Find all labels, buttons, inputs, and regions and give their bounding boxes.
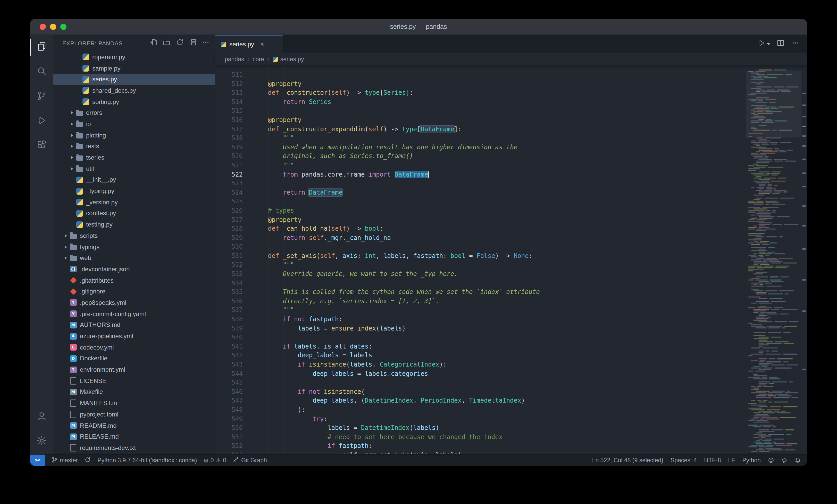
minimap[interactable] xyxy=(746,66,801,454)
code-line[interactable]: 538 if not fastpath: xyxy=(215,315,746,324)
code-line[interactable]: 549 try: xyxy=(215,415,746,424)
tree-item--pre-commit-config-yaml[interactable]: Y.pre-commit-config.yaml xyxy=(53,309,215,319)
tree-item-tseries[interactable]: tseries xyxy=(53,152,215,163)
activity-item-source-control[interactable] xyxy=(30,85,53,109)
eol-indicator[interactable]: LF xyxy=(728,457,735,463)
zoom-button[interactable] xyxy=(60,24,67,30)
tree-item--gitignore[interactable]: .gitignore xyxy=(53,286,215,297)
code-line[interactable]: 512 @property xyxy=(215,79,746,89)
tree-item-sample-py[interactable]: sample.py xyxy=(53,62,215,74)
activity-item-explorer[interactable] xyxy=(30,35,53,60)
code-line[interactable]: 518 """ xyxy=(215,134,746,143)
code-line[interactable]: 514 return Series xyxy=(215,98,746,107)
new-file-button[interactable] xyxy=(150,38,158,49)
code-line[interactable]: 536 directly, e.g. `series.index = [1, 2… xyxy=(215,297,746,306)
run-python-file-button[interactable] xyxy=(757,38,770,49)
tree-item-testing-py[interactable]: testing.py xyxy=(53,219,215,230)
more-actions-button[interactable] xyxy=(201,38,210,49)
tree-item-web[interactable]: web xyxy=(53,253,215,264)
code-line[interactable]: 542 deep_labels = labels xyxy=(215,351,746,360)
code-line[interactable]: 546 if not isinstance( xyxy=(215,388,746,397)
bell-icon[interactable] xyxy=(795,457,801,463)
tree-item-azure-pipelines-yml[interactable]: Aazure-pipelines.yml xyxy=(53,331,215,341)
code-line[interactable]: 524 return DataFrame xyxy=(215,188,746,197)
activity-item-search[interactable] xyxy=(30,60,53,85)
code-line[interactable]: 552 if fastpath: xyxy=(215,442,746,451)
sync-button[interactable] xyxy=(85,456,91,464)
refresh-button[interactable] xyxy=(176,38,184,49)
tree-item-pyproject-toml[interactable]: pyproject.toml xyxy=(53,409,215,420)
code-line[interactable]: 539 labels = ensure_index(labels) xyxy=(215,324,746,333)
tree-item-requirements-dev-txt[interactable]: requirements-dev.txt xyxy=(53,442,215,453)
tree-item-codecov-yml[interactable]: Ccodecov.yml xyxy=(53,342,215,353)
code-line[interactable]: 520 original, such as Series.to_frame() xyxy=(215,152,746,161)
branch-indicator[interactable]: master xyxy=(52,456,78,464)
tree-item-plotting[interactable]: plotting xyxy=(53,130,215,141)
code-editor[interactable]: 511512 @property513 def _constructor(sel… xyxy=(215,66,807,454)
activity-item-extensions[interactable] xyxy=(30,134,53,158)
tree-item-series-py[interactable]: series.py xyxy=(53,74,215,85)
code-line[interactable]: 530 xyxy=(215,243,746,252)
activity-item-run-debug[interactable] xyxy=(30,109,53,134)
tab-close-icon[interactable]: × xyxy=(260,40,264,48)
close-button[interactable] xyxy=(40,24,46,30)
tree-item--init-py[interactable]: __init__.py xyxy=(53,174,215,185)
tree-item-release-md[interactable]: MRELEASE.md xyxy=(53,431,215,442)
code-line[interactable]: 547 deep_labels, (DatetimeIndex, PeriodI… xyxy=(215,397,746,406)
accounts-button[interactable] xyxy=(30,405,53,429)
cursor-position-indicator[interactable]: Ln 522, Col 48 (9 selected) xyxy=(592,457,663,463)
code-line[interactable]: 525 xyxy=(215,198,746,206)
tree-item--typing-py[interactable]: _typing.py xyxy=(53,186,215,197)
code-line[interactable]: 521 """ xyxy=(215,161,746,170)
language-indicator[interactable]: Python xyxy=(742,457,761,463)
code-line[interactable]: 540 xyxy=(215,333,746,342)
code-line[interactable]: 553 self._mgr.set_axis(axis, labels) xyxy=(215,451,746,454)
tree-item-typings[interactable]: typings xyxy=(53,241,215,252)
code-line[interactable]: 533 Override generic, we want to set the… xyxy=(215,270,746,279)
tree-item-sorting-py[interactable]: sorting.py xyxy=(53,96,215,107)
tree-item-license[interactable]: LICENSE xyxy=(53,375,215,386)
code-line[interactable]: 519 Used when a manipulation result has … xyxy=(215,143,746,152)
tree-item-readme-md[interactable]: MREADME.md xyxy=(53,420,215,431)
code-line[interactable]: 522 from pandas.core.frame import DataFr… xyxy=(215,170,746,179)
code-line[interactable]: 515 xyxy=(215,107,746,116)
tree-item--gitattributes[interactable]: .gitattributes xyxy=(53,275,215,286)
split-editor-button[interactable] xyxy=(776,38,785,49)
tree-item-makefile[interactable]: MMakefile xyxy=(53,386,215,397)
code-line[interactable]: 532 """ xyxy=(215,261,746,270)
code-line[interactable]: 543 if isinstance(labels, CategoricalInd… xyxy=(215,360,746,369)
tree-item-manifest-in[interactable]: MANIFEST.in xyxy=(53,398,215,409)
code-line[interactable]: 548 ): xyxy=(215,406,746,415)
tree-item-errors[interactable]: errors xyxy=(53,107,215,118)
tree-item--version-py[interactable]: _version.py xyxy=(53,197,215,208)
breadcrumb-item-pandas[interactable]: pandas xyxy=(225,56,244,62)
code-line[interactable]: 529 return self._mgr._can_hold_na xyxy=(215,234,746,242)
tree-item-shared-docs-py[interactable]: shared_docs.py xyxy=(53,85,215,96)
megaphone-icon[interactable] xyxy=(781,457,787,463)
tree-item-dockerfile[interactable]: DDockerfile xyxy=(53,353,215,364)
feedback-smiley-icon[interactable] xyxy=(768,457,774,463)
tree-item-environment-yml[interactable]: Yenvironment.yml xyxy=(53,364,215,375)
indentation-indicator[interactable]: Spaces: 4 xyxy=(671,457,697,463)
encoding-indicator[interactable]: UTF-8 xyxy=(704,457,721,463)
remote-window-indicator[interactable]: >< xyxy=(30,454,45,466)
code-line[interactable]: 523 xyxy=(215,179,746,188)
code-line[interactable]: 544 deep_labels = labels.categories xyxy=(215,369,746,378)
tree-item-conftest-py[interactable]: conftest.py xyxy=(53,208,215,219)
collapse-folders-button[interactable] xyxy=(189,38,197,49)
code-line[interactable]: 511 xyxy=(215,71,746,79)
tree-item-util[interactable]: util xyxy=(53,163,215,174)
tree-item--pep8speaks-yml[interactable]: Y.pep8speaks.yml xyxy=(53,297,215,308)
code-line[interactable]: 535 This is called from the cython code … xyxy=(215,288,746,297)
tree-item-roperator-py[interactable]: roperator.py xyxy=(53,52,215,62)
code-line[interactable]: 550 labels = DatetimeIndex(labels) xyxy=(215,424,746,433)
code-line[interactable]: 527 @property xyxy=(215,216,746,224)
new-folder-button[interactable] xyxy=(163,38,171,49)
git-graph-button[interactable]: Git Graph xyxy=(233,456,267,464)
code-line[interactable]: 526 # types xyxy=(215,206,746,216)
code-line[interactable]: 545 xyxy=(215,378,746,387)
tree-item-io[interactable]: io xyxy=(53,118,215,129)
python-interpreter-indicator[interactable]: Python 3.9.7 64-bit ('sandbox': conda) xyxy=(97,457,197,463)
code-area[interactable]: 511512 @property513 def _constructor(sel… xyxy=(215,66,746,454)
minimize-button[interactable] xyxy=(50,24,56,30)
